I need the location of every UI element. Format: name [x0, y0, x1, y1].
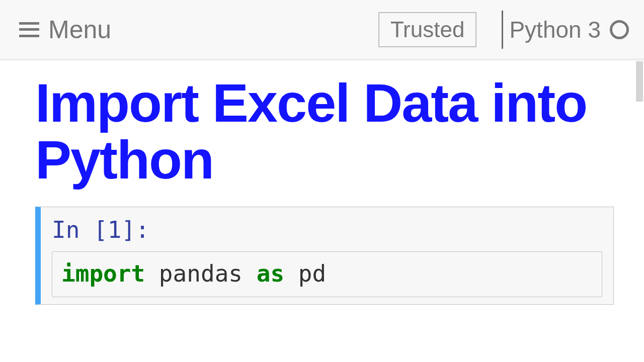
kernel-name[interactable]: Python 3 [509, 16, 601, 43]
alias-name: pd [284, 260, 326, 287]
input-prompt: In [1]: [52, 216, 602, 243]
notebook-toolbar: Menu Trusted Python 3 [0, 0, 644, 59]
code-cell[interactable]: In [1]: import pandas as pd [35, 207, 614, 305]
kernel-idle-icon[interactable] [610, 20, 629, 39]
module-name: pandas [145, 260, 257, 287]
menu-button[interactable]: Menu [19, 15, 111, 44]
hamburger-icon [19, 22, 39, 37]
kernel-separator [502, 11, 503, 49]
keyword-import: import [61, 260, 145, 287]
code-input[interactable]: import pandas as pd [52, 251, 602, 297]
keyword-as: as [257, 260, 284, 287]
notebook-heading: Import Excel Data into Python [35, 74, 614, 189]
notebook-content: Import Excel Data into Python In [1]: im… [0, 59, 644, 362]
trusted-indicator[interactable]: Trusted [378, 12, 477, 47]
menu-label: Menu [48, 15, 111, 44]
